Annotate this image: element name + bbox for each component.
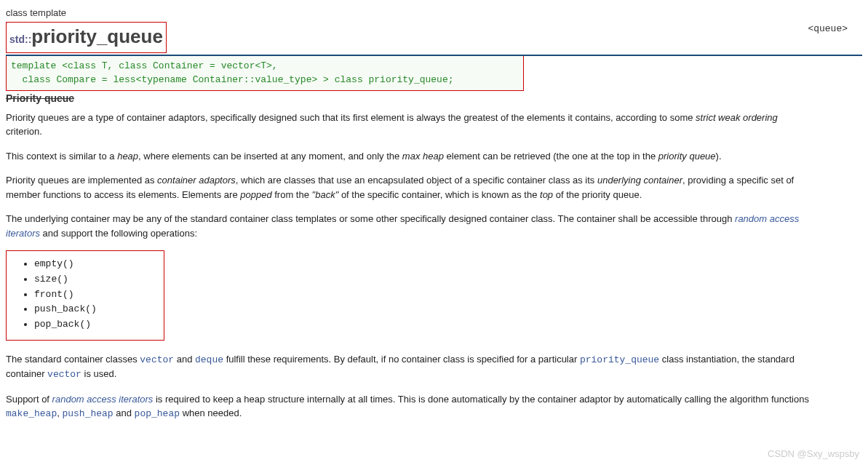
list-item: front() [34, 287, 154, 303]
title-row: std::priority_queue <queue> [6, 22, 862, 56]
list-item: size() [34, 272, 154, 287]
body-content: Priority queues are a type of container … [6, 111, 813, 421]
text: of the specific container, which is know… [338, 189, 540, 200]
text: and [174, 354, 195, 365]
text: criterion. [6, 126, 42, 137]
paragraph-2: This context is similar to a heap, where… [6, 149, 813, 164]
emphasis: heap [117, 151, 138, 162]
emphasis: popped [240, 189, 271, 200]
text: element can be retrieved (the one at the… [444, 151, 658, 162]
code-text: priority_queue [580, 354, 659, 365]
text: This context is similar to a [6, 151, 117, 162]
list-item: pop_back() [34, 317, 154, 333]
text: is required to keep a heap structure int… [153, 394, 809, 405]
vector-link[interactable]: vector [47, 369, 81, 380]
push-heap-link[interactable]: push_heap [62, 408, 113, 419]
pop-heap-link[interactable]: pop_heap [135, 408, 180, 419]
paragraph-1: Priority queues are a type of container … [6, 111, 813, 139]
emphasis: top [540, 189, 553, 200]
text: ). [716, 151, 722, 162]
include-header: <queue> [808, 22, 862, 36]
text: Priority queues are a type of container … [6, 112, 696, 123]
class-name: priority_queue [31, 25, 163, 47]
vector-link[interactable]: vector [140, 354, 174, 365]
paragraph-4: The underlying container may be any of t… [6, 212, 813, 240]
operations-box: empty() size() front() push_back() pop_b… [6, 250, 164, 341]
text: Priority queues are implemented as [6, 175, 157, 186]
text: , which are classes that use an encapsul… [236, 175, 597, 186]
list-item: empty() [34, 257, 154, 272]
emphasis: "back" [312, 189, 339, 200]
title-box: std::priority_queue [6, 22, 167, 53]
text: is used. [81, 368, 116, 379]
namespace-prefix: std:: [9, 33, 31, 45]
emphasis: underlying container [597, 175, 682, 186]
section-title: Priority queue [6, 91, 862, 106]
text: The standard container classes [6, 354, 140, 365]
paragraph-3: Priority queues are implemented as conta… [6, 173, 813, 202]
deque-link[interactable]: deque [195, 354, 223, 365]
emphasis: max heap [402, 151, 444, 162]
make-heap-link[interactable]: make_heap [6, 408, 57, 419]
operations-list: empty() size() front() push_back() pop_b… [17, 257, 154, 333]
list-item: push_back() [34, 302, 154, 317]
text: of the priority queue. [553, 189, 642, 200]
text: from the [272, 189, 312, 200]
text: Support of [6, 394, 52, 405]
text: when needed. [180, 408, 242, 418]
random-access-iterators-link[interactable]: random access iterators [52, 394, 154, 405]
text: , where elements can be inserted at any … [138, 151, 402, 162]
class-template-label: class template [6, 6, 862, 20]
text: and [114, 408, 135, 418]
emphasis: priority queue [658, 151, 716, 162]
template-declaration: template <class T, class Container = vec… [6, 56, 524, 91]
paragraph-5: The standard container classes vector an… [6, 352, 813, 382]
emphasis: strict weak ordering [696, 112, 778, 123]
text: and support the following operations: [40, 228, 197, 239]
text: fulfill these requirements. By default, … [223, 354, 580, 365]
paragraph-6: Support of random access iterators is re… [6, 392, 813, 421]
text: The underlying container may be any of t… [6, 213, 735, 224]
emphasis: container adaptors [157, 175, 236, 186]
